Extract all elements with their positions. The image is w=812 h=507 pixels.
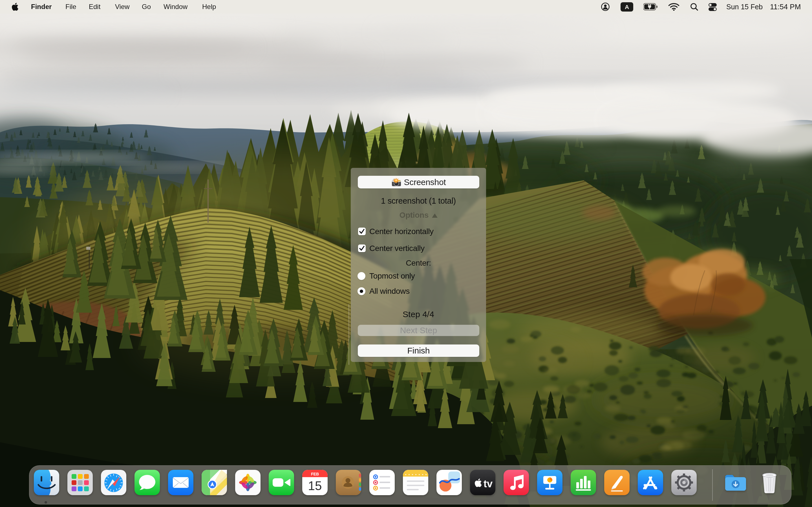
svg-text:A: A <box>625 4 629 10</box>
svg-text:FEB: FEB <box>311 472 319 476</box>
svg-text:tv: tv <box>484 478 493 490</box>
svg-text:15: 15 <box>308 479 322 493</box>
